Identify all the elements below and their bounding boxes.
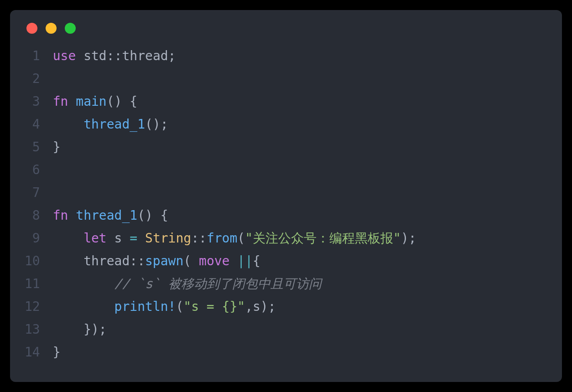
line-number-gutter: 1234567891011121314: [25, 45, 53, 364]
code-token: spawn: [145, 253, 183, 268]
code-line: let s = String::from("关注公众号：编程黑板报");: [53, 227, 547, 250]
code-line: use std::thread;: [53, 45, 547, 67]
code-token: () {: [107, 94, 137, 109]
minimize-icon[interactable]: [46, 23, 57, 34]
code-token: });: [83, 322, 107, 337]
code-token: s: [107, 231, 130, 246]
code-token: "s = {}": [183, 299, 245, 314]
code-token: ();: [145, 117, 168, 132]
code-token: fn: [53, 208, 68, 223]
code-token: move: [199, 253, 229, 268]
code-token: // `s` 被移动到了闭包中且可访问: [114, 276, 322, 291]
line-number: 3: [25, 90, 40, 113]
code-token: thread_1: [83, 117, 145, 132]
code-line: });: [53, 318, 547, 341]
code-token: ;: [168, 48, 176, 63]
code-line: thread::spawn( move ||{: [53, 250, 547, 273]
code-token: ||: [237, 253, 253, 268]
line-number: 9: [25, 227, 40, 250]
code-token: println!: [114, 299, 176, 314]
line-number: 14: [25, 341, 40, 364]
code-token: [53, 117, 83, 132]
code-token: from: [207, 231, 237, 246]
code-token: ::: [130, 253, 145, 268]
code-token: let: [83, 231, 107, 246]
code-token: fn: [53, 94, 68, 109]
code-token: [137, 231, 145, 246]
code-token: [68, 208, 76, 223]
code-line: }: [53, 136, 547, 159]
code-token: }: [53, 345, 61, 360]
code-token: (: [237, 231, 245, 246]
line-number: 5: [25, 136, 40, 159]
traffic-lights: [26, 23, 547, 34]
code-content[interactable]: use std::thread; fn main() { thread_1();…: [53, 45, 547, 364]
code-token: "关注公众号：编程黑板报": [245, 231, 401, 246]
code-token: {: [253, 253, 260, 268]
line-number: 1: [25, 45, 40, 67]
code-line: fn main() {: [53, 90, 547, 113]
code-token: [53, 299, 114, 314]
code-token: String: [145, 231, 191, 246]
code-token: thread: [122, 48, 168, 63]
code-token: (: [176, 299, 183, 314]
line-number: 4: [25, 113, 40, 136]
code-token: ::: [191, 231, 207, 246]
editor-window: 1234567891011121314 use std::thread; fn …: [10, 10, 562, 382]
line-number: 6: [25, 159, 40, 181]
code-token: [68, 94, 76, 109]
code-line: }: [53, 341, 547, 364]
line-number: 12: [25, 295, 40, 318]
code-token: [229, 253, 237, 268]
code-token: ::: [107, 48, 122, 63]
code-token: thread_1: [76, 208, 137, 223]
code-token: main: [76, 94, 106, 109]
close-icon[interactable]: [26, 23, 37, 34]
code-line: thread_1();: [53, 113, 547, 136]
line-number: 8: [25, 204, 40, 227]
code-token: use: [53, 48, 76, 63]
code-token: [53, 276, 114, 291]
code-line: println!("s = {}",s);: [53, 295, 547, 318]
code-token: () {: [137, 208, 168, 223]
code-area: 1234567891011121314 use std::thread; fn …: [25, 45, 547, 364]
line-number: 2: [25, 67, 40, 90]
code-token: [53, 322, 83, 337]
code-token: thread: [53, 253, 130, 268]
code-line: fn thread_1() {: [53, 204, 547, 227]
code-token: (: [183, 253, 199, 268]
code-token: ,s);: [245, 299, 276, 314]
code-line: [53, 67, 547, 90]
maximize-icon[interactable]: [65, 23, 76, 34]
line-number: 11: [25, 273, 40, 295]
code-line: [53, 159, 547, 181]
code-token: }: [53, 139, 61, 155]
line-number: 13: [25, 318, 40, 341]
line-number: 10: [25, 250, 40, 273]
code-token: [53, 231, 83, 246]
code-token: std: [76, 48, 106, 63]
code-token: =: [130, 231, 137, 246]
line-number: 7: [25, 181, 40, 204]
code-line: // `s` 被移动到了闭包中且可访问: [53, 273, 547, 295]
code-line: [53, 181, 547, 204]
code-token: );: [401, 231, 416, 246]
